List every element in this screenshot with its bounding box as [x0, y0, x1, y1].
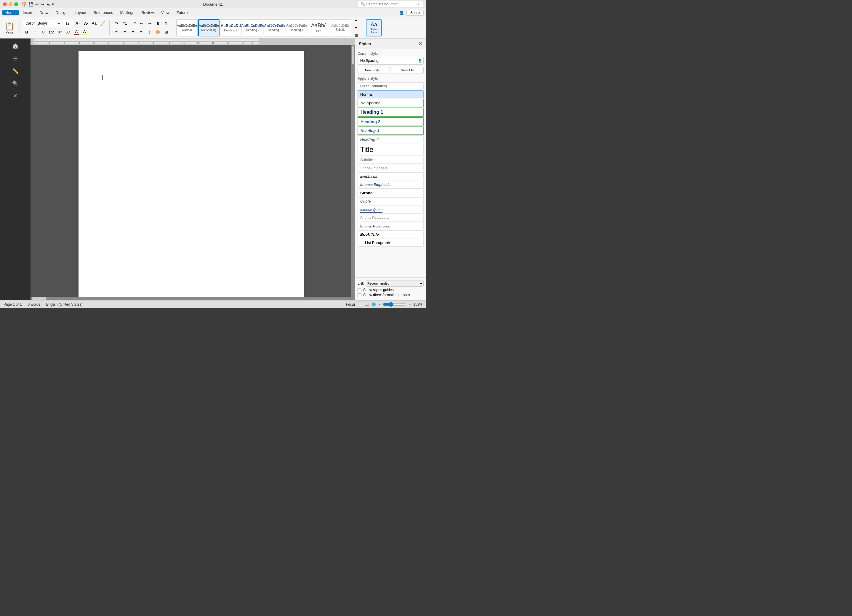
share-button[interactable]: Share: [406, 10, 424, 16]
numbering-btn[interactable]: ≡1: [121, 20, 128, 27]
list-select[interactable]: Recommended All Styles In use: [366, 280, 424, 287]
decrease-font-btn[interactable]: A-: [82, 20, 90, 27]
align-right-btn[interactable]: ≡: [129, 29, 137, 36]
show-direct-formatting-checkbox[interactable]: [358, 293, 361, 297]
home-icon[interactable]: 🏠: [22, 2, 27, 6]
search-bar[interactable]: 🔍 ▾: [358, 1, 423, 8]
menu-home[interactable]: Home: [2, 10, 19, 15]
subscript-btn[interactable]: X2: [56, 29, 64, 36]
style-item-intense-reference[interactable]: Intense Reference: [358, 222, 424, 230]
search-input[interactable]: [366, 2, 417, 6]
customize-icon[interactable]: ▾: [52, 2, 54, 6]
strikethrough-btn[interactable]: abc: [48, 29, 55, 36]
underline-btn[interactable]: U: [39, 29, 47, 36]
style-item-intense-quote[interactable]: Intense Quote: [358, 205, 424, 213]
horizontal-scrollbar[interactable]: [30, 297, 355, 300]
focus-button[interactable]: Focus: [346, 302, 356, 306]
bullets-btn[interactable]: ≡•: [113, 20, 120, 27]
menu-design[interactable]: Design: [53, 10, 71, 15]
style-item-heading4[interactable]: Heading 4: [358, 135, 424, 143]
view-web-icon[interactable]: 🌐: [372, 302, 376, 306]
multilevel-list-btn[interactable]: ⋮≡: [129, 20, 137, 27]
zoom-out-icon[interactable]: −: [378, 302, 381, 306]
font-color-btn[interactable]: A: [73, 29, 80, 36]
clear-formatting-btn[interactable]: 🧹: [99, 20, 106, 27]
style-item-subtitle[interactable]: Subtitle: [358, 156, 424, 164]
style-item-subtle-emphasis[interactable]: Subtle Emphasis: [358, 164, 424, 172]
style-item-quote[interactable]: Quote: [358, 197, 424, 205]
close-window-button[interactable]: [3, 2, 7, 6]
view-normal-icon[interactable]: 📄: [358, 302, 362, 306]
style-item-emphasis[interactable]: Emphasis: [358, 172, 424, 180]
sidebar-home-icon[interactable]: 🏠: [10, 41, 21, 51]
style-heading4-gallery[interactable]: AaBbCcDdEe Heading 4: [286, 19, 307, 36]
highlight-color-btn[interactable]: A: [80, 29, 88, 36]
maximize-window-button[interactable]: [14, 2, 18, 6]
styles-pane-close-button[interactable]: ✕: [418, 41, 423, 47]
menu-zotero[interactable]: Zotero: [174, 10, 191, 15]
show-styles-guides-checkbox[interactable]: [358, 288, 361, 292]
style-heading2-gallery[interactable]: AaBbCcDdEe Heading 2: [242, 19, 263, 36]
menu-layout[interactable]: Layout: [72, 10, 89, 15]
style-item-heading2[interactable]: Heading 2: [358, 117, 424, 126]
sidebar-search-icon[interactable]: 🔍: [10, 78, 21, 89]
style-item-intense-emphasis[interactable]: Intense Emphasis: [358, 181, 424, 189]
document-page[interactable]: [79, 51, 304, 297]
undo-icon[interactable]: ↩: [35, 2, 39, 6]
new-style-button[interactable]: New Style...: [358, 67, 390, 74]
style-item-book-title[interactable]: Book Title: [358, 230, 424, 239]
style-item-strong[interactable]: Strong: [358, 189, 424, 197]
vertical-scrollbar[interactable]: [351, 45, 355, 297]
menu-review[interactable]: Review: [138, 10, 157, 15]
save-icon[interactable]: 💾: [29, 2, 33, 6]
menu-insert[interactable]: Insert: [20, 10, 36, 15]
style-item-heading1[interactable]: Heading 1: [358, 107, 424, 117]
style-item-list-paragraph[interactable]: List Paragraph: [358, 239, 424, 247]
increase-font-btn[interactable]: A+: [74, 20, 82, 27]
sort-btn[interactable]: ⇅: [154, 20, 162, 27]
menu-view[interactable]: View: [158, 10, 172, 15]
style-subtitle-gallery[interactable]: AaBbCcDdEe Subtitle: [330, 19, 351, 36]
print-icon[interactable]: 🖨: [46, 2, 50, 6]
style-item-no-spacing[interactable]: No Spacing: [358, 99, 424, 107]
font-family-select[interactable]: Calibri (Body): [23, 20, 61, 27]
zoom-slider[interactable]: [383, 302, 406, 307]
style-normal-gallery[interactable]: AaBbCcDdEe Normal: [176, 19, 198, 36]
style-heading3-gallery[interactable]: AaBbCcDdEe Heading 3: [264, 19, 285, 36]
style-item-clear-formatting[interactable]: Clear Formatting: [358, 82, 424, 90]
paste-button[interactable]: 📋 Paste: [2, 20, 17, 35]
sidebar-list-icon[interactable]: ☰: [10, 53, 21, 64]
editor-area[interactable]: [30, 45, 351, 297]
h-scrollbar-thumb[interactable]: [32, 297, 47, 300]
sidebar-edit-icon[interactable]: ✏️: [10, 66, 21, 76]
style-title-gallery[interactable]: AaBb( Title: [308, 19, 329, 36]
align-center-btn[interactable]: ≡: [121, 29, 128, 36]
style-item-title[interactable]: Title: [358, 143, 424, 156]
change-case-btn[interactable]: Aa: [91, 20, 98, 27]
menu-mailings[interactable]: Mailings: [117, 10, 137, 15]
menu-references[interactable]: References: [91, 10, 116, 15]
justify-btn[interactable]: ≡: [137, 29, 145, 36]
style-item-heading3[interactable]: Heading 3: [358, 127, 424, 135]
line-spacing-btn[interactable]: ↕: [146, 29, 153, 36]
align-left-btn[interactable]: ≡: [113, 29, 120, 36]
zoom-in-icon[interactable]: +: [409, 302, 411, 306]
bold-btn[interactable]: B: [23, 29, 30, 36]
style-heading1-gallery[interactable]: AaBbCcDd Heading 1: [220, 19, 242, 36]
menu-draw[interactable]: Draw: [36, 10, 51, 15]
style-nospacing-gallery[interactable]: AaBbCcDdEe No Spacing: [198, 19, 219, 36]
borders-btn[interactable]: ⊞: [162, 29, 170, 36]
view-read-icon[interactable]: 📖: [365, 302, 369, 306]
scrollbar-thumb[interactable]: [352, 46, 354, 64]
style-item-normal[interactable]: Normal: [358, 90, 424, 98]
superscript-btn[interactable]: X2: [64, 29, 72, 36]
font-size-input[interactable]: [62, 20, 73, 27]
increase-indent-btn[interactable]: ⇥: [146, 20, 153, 27]
styles-pane-toggle-button[interactable]: Aa Styles Pane: [366, 19, 382, 36]
gallery-down-btn[interactable]: ▼: [352, 24, 360, 32]
shading-btn[interactable]: 🎨: [154, 29, 162, 36]
show-marks-btn[interactable]: ¶: [162, 20, 170, 27]
italic-btn[interactable]: I: [31, 29, 39, 36]
select-all-button[interactable]: Select All: [392, 67, 424, 74]
sidebar-close-icon[interactable]: ✕: [10, 91, 21, 101]
